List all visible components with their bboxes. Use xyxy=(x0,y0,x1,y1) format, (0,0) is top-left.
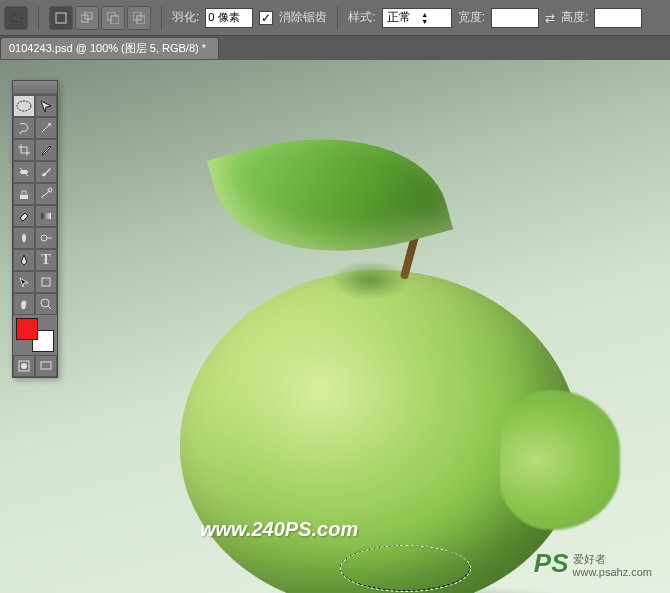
subtract-selection-button[interactable] xyxy=(101,6,125,30)
antialias-checkbox[interactable]: ✓ xyxy=(259,11,273,25)
history-brush-tool[interactable] xyxy=(35,183,57,205)
width-label: 宽度: xyxy=(458,9,485,26)
gradient-tool[interactable] xyxy=(35,205,57,227)
intersect-selection-button[interactable] xyxy=(127,6,151,30)
svg-point-18 xyxy=(21,363,27,369)
dodge-tool[interactable] xyxy=(35,227,57,249)
svg-point-16 xyxy=(41,299,49,307)
pen-tool[interactable] xyxy=(13,249,35,271)
crop-tool[interactable] xyxy=(13,139,35,161)
style-dropdown[interactable]: 正常 ▲▼ xyxy=(382,8,452,28)
magic-wand-tool[interactable] xyxy=(35,117,57,139)
document-tab[interactable]: 0104243.psd @ 100% (图层 5, RGB/8) * xyxy=(0,37,219,59)
color-swatches xyxy=(16,318,54,352)
foreground-color-swatch[interactable] xyxy=(16,318,38,340)
svg-rect-15 xyxy=(42,278,50,286)
tool-preset-picker[interactable] xyxy=(4,6,28,30)
quick-mask-button[interactable] xyxy=(13,355,35,377)
svg-rect-11 xyxy=(20,195,28,199)
type-tool[interactable]: T xyxy=(35,249,57,271)
style-value: 正常 xyxy=(387,9,411,26)
path-selection-tool[interactable] xyxy=(13,271,35,293)
elliptical-marquee-tool[interactable] xyxy=(13,95,35,117)
marquee-selection[interactable] xyxy=(340,545,470,591)
style-label: 样式: xyxy=(348,9,375,26)
lasso-tool[interactable] xyxy=(13,117,35,139)
svg-rect-19 xyxy=(41,362,51,369)
watermark-line2: www.psahz.com xyxy=(573,566,652,579)
watermark-line1: 爱好者 xyxy=(573,553,652,566)
link-icon: ⇄ xyxy=(545,11,555,25)
antialias-label: 消除锯齿 xyxy=(279,9,327,26)
tools-panel[interactable]: T xyxy=(12,80,58,378)
canvas[interactable]: www.240PS.com PS 爱好者 www.psahz.com xyxy=(0,60,670,593)
feather-label: 羽化: xyxy=(172,9,199,26)
tools-panel-header[interactable] xyxy=(13,81,57,95)
eraser-tool[interactable] xyxy=(13,205,35,227)
svg-point-0 xyxy=(10,14,22,22)
brush-tool[interactable] xyxy=(35,161,57,183)
move-tool[interactable] xyxy=(35,95,57,117)
healing-brush-tool[interactable] xyxy=(13,161,35,183)
blur-tool[interactable] xyxy=(13,227,35,249)
hand-tool[interactable] xyxy=(13,293,35,315)
feather-input[interactable] xyxy=(205,8,253,28)
width-input[interactable] xyxy=(491,8,539,28)
tab-title: 0104243.psd @ 100% (图层 5, RGB/8) * xyxy=(9,41,206,56)
options-bar: 羽化: ✓ 消除锯齿 样式: 正常 ▲▼ 宽度: ⇄ 高度: xyxy=(0,0,670,36)
svg-rect-1 xyxy=(56,13,66,23)
document-tab-bar: 0104243.psd @ 100% (图层 5, RGB/8) * xyxy=(0,36,670,60)
add-to-selection-button[interactable] xyxy=(75,6,99,30)
svg-rect-13 xyxy=(41,213,51,219)
eyedropper-tool[interactable] xyxy=(35,139,57,161)
watermark-logo: PS xyxy=(534,548,569,579)
svg-point-14 xyxy=(41,235,47,241)
svg-rect-5 xyxy=(111,16,119,24)
height-input[interactable] xyxy=(594,8,642,28)
new-selection-button[interactable] xyxy=(49,6,73,30)
watermark-240ps: www.240PS.com xyxy=(200,518,358,541)
screen-mode-button[interactable] xyxy=(35,355,57,377)
zoom-tool[interactable] xyxy=(35,293,57,315)
svg-point-9 xyxy=(49,123,51,125)
height-label: 高度: xyxy=(561,9,588,26)
svg-point-8 xyxy=(17,101,31,111)
shape-tool[interactable] xyxy=(35,271,57,293)
clone-stamp-tool[interactable] xyxy=(13,183,35,205)
watermark-psahz: PS 爱好者 www.psahz.com xyxy=(534,548,652,579)
selection-mode-group xyxy=(49,6,151,30)
